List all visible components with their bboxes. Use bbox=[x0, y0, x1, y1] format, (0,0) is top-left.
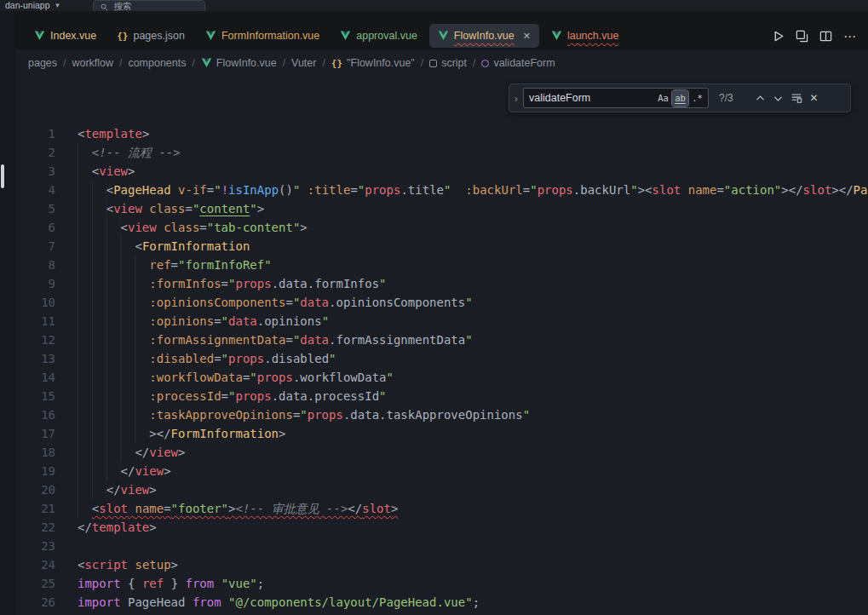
code-line[interactable]: 20 </view> bbox=[15, 480, 868, 499]
code-line[interactable]: 24<script setup> bbox=[15, 555, 868, 574]
code-line[interactable]: 26import PageHead from "@/components/lay… bbox=[15, 593, 868, 612]
breadcrumb-item--flowinfo-vue-[interactable]: {}"FlowInfo.vue" bbox=[331, 57, 415, 69]
code-line[interactable]: 19 </view> bbox=[15, 462, 868, 480]
toggle-replace-chevron-icon[interactable]: › bbox=[509, 92, 523, 105]
line-content: ></FormInformation> bbox=[78, 424, 285, 443]
line-number: 13 bbox=[15, 349, 55, 368]
find-input-box: Aa ab .* bbox=[523, 88, 709, 108]
code-line[interactable]: 14 :workflowData="props.workflowData" bbox=[15, 368, 868, 387]
code-line[interactable]: 22</template> bbox=[15, 518, 868, 537]
run-icon bbox=[772, 30, 785, 43]
find-input[interactable] bbox=[529, 92, 654, 104]
breadcrumb-item-workflow[interactable]: workflow bbox=[72, 57, 113, 69]
editor-layout-button[interactable] bbox=[796, 30, 808, 43]
line-content: <slot name="footer"><!-- 审批意见 --></slot> bbox=[78, 499, 398, 518]
line-number: 20 bbox=[15, 480, 55, 499]
project-menu[interactable]: dan-uniapp ▼ bbox=[0, 0, 67, 11]
close-find-button[interactable]: ✕ bbox=[805, 89, 823, 107]
line-content: :formInfos="props.data.formInfos" bbox=[78, 274, 387, 293]
code-line[interactable]: 2 <!-- 流程 --> bbox=[15, 143, 868, 162]
line-content: <view class="tab-content"> bbox=[78, 218, 308, 237]
tab-index-vue[interactable]: Index.vue bbox=[26, 24, 105, 48]
tab-launch-vue[interactable]: launch.vue bbox=[543, 24, 627, 48]
breadcrumb-item-script[interactable]: script bbox=[429, 57, 467, 69]
tab-flowinfo-vue[interactable]: FlowInfo.vue✕ bbox=[429, 24, 539, 48]
line-content: <FormInformation bbox=[78, 237, 250, 256]
breadcrumb-label: components bbox=[128, 57, 186, 69]
close-icon[interactable]: ✕ bbox=[523, 31, 531, 42]
next-match-button[interactable] bbox=[769, 89, 787, 107]
find-in-selection-button[interactable] bbox=[787, 89, 805, 107]
tab-label: Index.vue bbox=[50, 30, 96, 42]
sidebar-drag-handle[interactable] bbox=[1, 164, 4, 188]
line-number: 15 bbox=[15, 387, 55, 405]
code-line[interactable]: 15 :processId="props.data.processId" bbox=[15, 387, 868, 405]
line-number: 4 bbox=[15, 181, 55, 199]
code-line[interactable]: 8 ref="formInfoRef" bbox=[15, 256, 868, 274]
code-line[interactable]: 5 <view class="content"> bbox=[15, 199, 868, 218]
breadcrumb-item-components[interactable]: components bbox=[128, 57, 186, 69]
tab-label: FormInformation.vue bbox=[221, 30, 319, 42]
split-editor-button[interactable] bbox=[819, 30, 832, 43]
code-line[interactable]: 21 <slot name="footer"><!-- 审批意见 --></sl… bbox=[15, 499, 868, 518]
editor: › Aa ab .* ?/3 bbox=[15, 77, 868, 615]
tab-label: FlowInfo.vue bbox=[454, 30, 514, 42]
line-number: 21 bbox=[15, 499, 55, 518]
tab-label: launch.vue bbox=[567, 30, 618, 42]
line-content: :formAssignmentData="data.formAssignment… bbox=[78, 330, 473, 349]
breadcrumb-item-pages[interactable]: pages bbox=[28, 57, 57, 69]
code-line[interactable]: 7 <FormInformation bbox=[15, 237, 868, 256]
line-number: 22 bbox=[15, 518, 55, 537]
code-line[interactable]: 23 bbox=[15, 537, 868, 555]
code-line[interactable]: 12 :formAssignmentData="data.formAssignm… bbox=[15, 330, 868, 349]
code-line[interactable]: 9 :formInfos="props.data.formInfos" bbox=[15, 274, 868, 293]
code-line[interactable]: 4 <PageHead v-if="!isInApp()" :title="pr… bbox=[15, 181, 868, 199]
code-line[interactable]: 18 </view> bbox=[15, 443, 868, 462]
line-content: :taskApproveOpinions="props.data.taskApp… bbox=[78, 405, 530, 424]
code-line[interactable]: 1<template> bbox=[15, 124, 868, 143]
line-content: :opinionsComponents="data.opinionsCompon… bbox=[78, 293, 473, 312]
code-area: 1<template>2 <!-- 流程 -->3 <view>4 <PageH… bbox=[15, 77, 868, 612]
line-content: <!-- 流程 --> bbox=[78, 143, 181, 162]
tab-forminformation-vue[interactable]: FormInformation.vue bbox=[197, 24, 328, 48]
breadcrumb-item-validateform[interactable]: validateForm bbox=[481, 57, 555, 69]
line-content: </view> bbox=[78, 480, 157, 499]
code-line[interactable]: 10 :opinionsComponents="data.opinionsCom… bbox=[15, 293, 868, 312]
line-number: 18 bbox=[15, 443, 55, 462]
line-number: 26 bbox=[15, 593, 55, 612]
code-line[interactable]: 6 <view class="tab-content"> bbox=[15, 218, 868, 237]
line-number: 24 bbox=[15, 555, 55, 574]
breadcrumb-separator: / bbox=[119, 57, 122, 69]
run-button[interactable] bbox=[772, 30, 785, 43]
code-line[interactable]: 3 <view> bbox=[15, 162, 868, 181]
tab-bar: Index.vue{}pages.jsonFormInformation.vue… bbox=[15, 11, 868, 49]
line-number: 1 bbox=[15, 124, 55, 143]
vue-icon bbox=[551, 31, 562, 41]
line-content: ref="formInfoRef" bbox=[78, 256, 272, 274]
code-line[interactable]: 11 :opinions="data.opinions" bbox=[15, 312, 868, 330]
breadcrumb-separator: / bbox=[421, 57, 423, 69]
breadcrumb-separator: / bbox=[192, 57, 194, 69]
code-lines: 1<template>2 <!-- 流程 -->3 <view>4 <PageH… bbox=[15, 124, 868, 612]
breadcrumb-item-flowinfo-vue[interactable]: FlowInfo.vue bbox=[201, 57, 277, 69]
code-line[interactable]: 17 ></FormInformation> bbox=[15, 424, 868, 443]
code-line[interactable]: 25import { ref } from "vue"; bbox=[15, 574, 868, 593]
line-number: 9 bbox=[15, 274, 55, 293]
line-number: 14 bbox=[15, 368, 55, 387]
chevron-up-icon bbox=[755, 93, 766, 104]
whole-word-toggle[interactable]: ab bbox=[672, 90, 688, 106]
previous-match-button[interactable] bbox=[751, 89, 769, 107]
code-line[interactable]: 13 :disabled="props.disabled" bbox=[15, 349, 868, 368]
breadcrumb-separator: / bbox=[63, 57, 66, 69]
code-line[interactable]: 16 :taskApproveOpinions="props.data.task… bbox=[15, 405, 868, 424]
line-number: 11 bbox=[15, 312, 55, 330]
more-actions-button[interactable]: ⋯ bbox=[843, 30, 856, 43]
tab-pages-json[interactable]: {}pages.json bbox=[108, 24, 193, 48]
breadcrumb-label: pages bbox=[28, 57, 57, 69]
line-number: 23 bbox=[15, 537, 55, 555]
breadcrumb-item-vuter[interactable]: Vuter bbox=[291, 57, 316, 69]
command-center-search[interactable]: 搜索 bbox=[93, 0, 205, 11]
match-case-toggle[interactable]: Aa bbox=[655, 90, 671, 106]
regex-toggle[interactable]: .* bbox=[689, 90, 705, 106]
tab-approval-vue[interactable]: approval.vue bbox=[331, 24, 426, 48]
